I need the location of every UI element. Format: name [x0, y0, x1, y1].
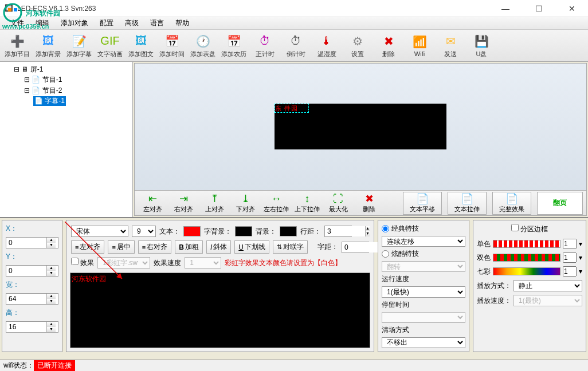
- text-panel: 宋体 9 文本： 字背景： 背景： 行距： ▲▼ ≡ 左对齐 ≡ 居中 ≡ 右对…: [66, 220, 374, 352]
- toolbar-设置[interactable]: ⚙设置: [343, 31, 373, 61]
- toolbar-正计时[interactable]: ⏱正计时: [250, 31, 280, 61]
- h-input[interactable]: [6, 322, 46, 332]
- preview-canvas[interactable]: 东 件园: [135, 64, 586, 190]
- wifi-status: 已断开连接: [34, 360, 75, 371]
- char-space[interactable]: [342, 242, 382, 252]
- fx-note: 彩虹字效果文本颜色请设置为【白色】: [225, 258, 342, 268]
- toolbar-温湿度[interactable]: 🌡温湿度: [312, 31, 342, 61]
- cool-select: 翻转: [382, 261, 465, 272]
- char-bg-color[interactable]: [235, 226, 252, 236]
- border-speed: 1(最快): [513, 295, 582, 306]
- x-input[interactable]: [6, 238, 46, 248]
- fx-speed: 1: [185, 257, 221, 269]
- y-label: Y：: [6, 252, 58, 262]
- align-最大化[interactable]: ⛶最大化: [324, 192, 352, 215]
- align-left-btn[interactable]: ≡ 左对齐: [71, 240, 104, 254]
- align-上对齐[interactable]: ⤒上对齐: [200, 192, 229, 215]
- toolbar-倒计时[interactable]: ⏱倒计时: [281, 31, 311, 61]
- single-color-bar[interactable]: [493, 240, 560, 248]
- rainbow-bar[interactable]: [493, 267, 560, 275]
- tree-pane: ⊟ 🖥 屏-1⊟ 📄 节目-1⊟ 📄 节目-2📄 字幕-1: [0, 62, 133, 217]
- menu-帮助[interactable]: 帮助: [170, 17, 195, 30]
- run-speed[interactable]: 1(最快): [382, 286, 465, 297]
- align-delete[interactable]: ✖删除: [355, 192, 383, 215]
- x-label: X：: [6, 224, 58, 234]
- w-input[interactable]: [6, 294, 46, 304]
- tree-节目-1[interactable]: ⊟ 📄 节目-1: [23, 75, 63, 85]
- minimize-button[interactable]: —: [494, 4, 517, 13]
- align-右对齐[interactable]: ⇥右对齐: [169, 192, 198, 215]
- menu-配置[interactable]: 配置: [94, 17, 119, 30]
- italic-btn[interactable]: I 斜体: [206, 240, 231, 254]
- toolbar-删除[interactable]: ✖删除: [374, 31, 403, 61]
- bold-btn[interactable]: B 加粗: [175, 240, 203, 254]
- menu-编辑[interactable]: 编辑: [30, 17, 55, 30]
- bg-color[interactable]: [280, 226, 297, 236]
- font-select[interactable]: 宋体: [71, 226, 128, 237]
- svg-marker-4: [116, 273, 122, 279]
- effect-panel: 经典特技 连续左移 炫酷特技 翻转 运行速度 1(最快) 停留时间 清场方式 不…: [378, 220, 469, 352]
- toolbar-文字动画[interactable]: GIF文字动画: [95, 31, 125, 61]
- menu-高级[interactable]: 高级: [119, 17, 144, 30]
- led-display[interactable]: 东 件园: [275, 104, 446, 149]
- align-左对齐[interactable]: ⇤左对齐: [138, 192, 167, 215]
- toolbar-U盘[interactable]: 💾U盘: [467, 31, 496, 61]
- y-input[interactable]: [6, 266, 46, 276]
- status-bar: wifi状态：已断开连接: [0, 360, 588, 371]
- clear-mode[interactable]: 不移出: [382, 337, 465, 348]
- toolbar-添加表盘[interactable]: 🕐添加表盘: [188, 31, 218, 61]
- border-panel: 分区边框 单色▾ 双色▾ 七彩▾ 播放方式：静止 播放速度：1(最快): [473, 220, 586, 352]
- border-check[interactable]: 分区边框: [511, 225, 548, 233]
- text-preview[interactable]: 河东软件园: [70, 273, 370, 348]
- close-button[interactable]: ✕: [560, 4, 583, 13]
- border-play[interactable]: 静止: [513, 280, 582, 291]
- h-label: 高：: [6, 308, 58, 318]
- toolbar-添加农历[interactable]: 📅添加农历: [219, 31, 249, 61]
- tree-字幕-1[interactable]: 📄 字幕-1: [33, 96, 66, 106]
- align-right-btn[interactable]: ≡ 右对齐: [138, 240, 171, 254]
- extra-文本平移[interactable]: 📄文本平移: [403, 192, 442, 215]
- menu-语言[interactable]: 语言: [144, 17, 170, 30]
- toolbar-添加图文[interactable]: 🖼添加图文: [126, 31, 156, 61]
- align-上下拉伸[interactable]: ↕上下拉伸: [293, 192, 322, 215]
- dual-color-bar[interactable]: [493, 254, 560, 262]
- subtitle-region[interactable]: 东 件园: [275, 104, 309, 113]
- tree-root[interactable]: ⊟ 🖥 屏-1: [13, 65, 44, 74]
- line-space[interactable]: [325, 226, 365, 236]
- align-toolbar: ⇤左对齐⇥右对齐⤒上对齐⤓下对齐↔左右拉伸↕上下拉伸⛶最大化✖删除📄文本平移📄文…: [135, 190, 586, 215]
- toolbar-添加字幕[interactable]: 📝添加字幕: [64, 31, 94, 61]
- pair-btn[interactable]: ⇅ 对联字: [273, 240, 308, 254]
- classic-select[interactable]: 连续左移: [382, 236, 465, 247]
- main-toolbar: ➕添加节目🖼添加背景📝添加字幕GIF文字动画🖼添加图文📅添加时间🕐添加表盘📅添加…: [0, 30, 588, 62]
- position-panel: X： ▲▼ Y： ▲▼ 宽： ▲▼ 高： ▲▼: [2, 220, 62, 352]
- align-center-btn[interactable]: ≡ 居中: [108, 240, 134, 254]
- flip-button[interactable]: 翻页: [537, 192, 583, 215]
- align-下对齐[interactable]: ⤓下对齐: [231, 192, 260, 215]
- toolbar-添加节目[interactable]: ➕添加节目: [2, 31, 32, 61]
- fx-file: 1彩虹字.swf: [97, 257, 150, 269]
- stay-time: [382, 312, 465, 323]
- toolbar-Wifi[interactable]: 📶Wifi: [405, 31, 434, 61]
- menu-bar: 文件编辑添加对象配置高级语言帮助: [0, 17, 588, 30]
- fx-check[interactable]: 效果: [71, 258, 94, 268]
- window-title: LED-ECS V6.1.3 Svn:263: [17, 5, 494, 13]
- size-select[interactable]: 9: [132, 226, 156, 237]
- toolbar-发送[interactable]: ✉发送: [436, 31, 465, 61]
- title-bar: 🔲 LED-ECS V6.1.3 Svn:263 — ☐ ✕: [0, 0, 588, 17]
- extra-完整效果[interactable]: 📄完整效果: [492, 192, 531, 215]
- text-color[interactable]: [183, 226, 201, 236]
- tree-节目-2[interactable]: ⊟ 📄 节目-2: [23, 86, 63, 96]
- w-label: 宽：: [6, 280, 58, 290]
- maximize-button[interactable]: ☐: [527, 4, 550, 13]
- menu-文件[interactable]: 文件: [5, 17, 30, 30]
- menu-添加对象[interactable]: 添加对象: [55, 17, 94, 30]
- toolbar-添加时间[interactable]: 📅添加时间: [157, 31, 187, 61]
- extra-文本拉伸[interactable]: 📄文本拉伸: [448, 192, 487, 215]
- toolbar-添加背景[interactable]: 🖼添加背景: [33, 31, 63, 61]
- align-左右拉伸[interactable]: ↔左右拉伸: [262, 192, 291, 215]
- underline-btn[interactable]: U 下划线: [234, 240, 269, 254]
- classic-radio[interactable]: 经典特技: [382, 224, 465, 234]
- cool-radio[interactable]: 炫酷特技: [382, 249, 465, 259]
